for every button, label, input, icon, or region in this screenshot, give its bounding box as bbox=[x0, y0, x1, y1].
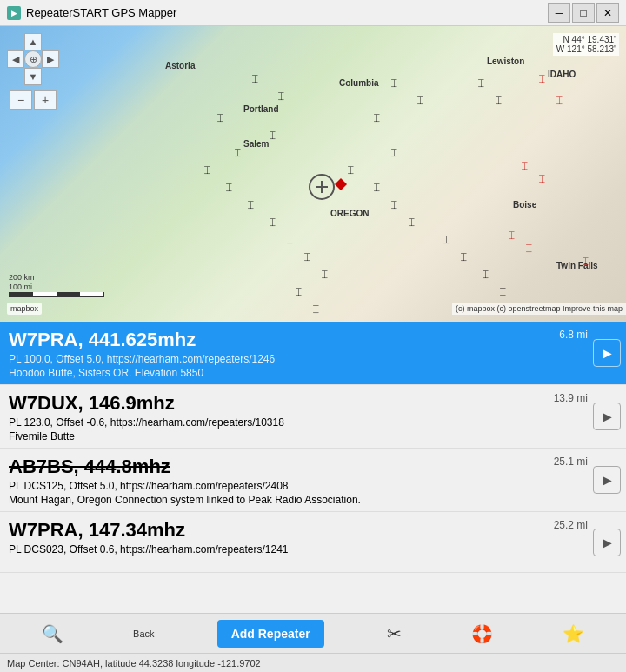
tower-marker: ⌶ bbox=[270, 130, 276, 140]
repeater-info-2: PL 123.0, Offset -0.6, https://hearham.c… bbox=[9, 416, 617, 429]
repeater-distance-2: 13.9 mi bbox=[554, 392, 588, 404]
map-label-columbia: Columbia bbox=[339, 78, 379, 88]
zoom-out-button[interactable]: − bbox=[10, 90, 32, 110]
scale-label-km: 200 km bbox=[9, 273, 104, 283]
tower-marker: ⌶ bbox=[417, 96, 423, 105]
repeater-title-4: W7PRA, 147.34mhz bbox=[9, 519, 617, 542]
scale-bar bbox=[9, 292, 104, 297]
pan-controls: ▲ ◀ ⊕ ▶ ▼ bbox=[7, 33, 59, 85]
pan-up-button[interactable]: ▲ bbox=[24, 33, 42, 50]
tower-marker-red: ⌶ bbox=[556, 96, 563, 105]
tower-marker-red: ⌶ bbox=[539, 74, 545, 83]
status-bar: Map Center: CN94AH, latitude 44.3238 lon… bbox=[0, 653, 626, 672]
repeater-info-3: PL DCS125, Offset 5.0, https://hearham.c… bbox=[9, 480, 617, 492]
tower-marker: ⌶ bbox=[443, 235, 450, 244]
tower-marker: ⌶ bbox=[270, 217, 276, 227]
tower-marker: ⌶ bbox=[287, 235, 293, 244]
repeater-distance-1: 6.8 mi bbox=[559, 329, 588, 341]
repeater-location-2: Fivemile Butte bbox=[9, 430, 617, 442]
repeater-title-1: W7PRA, 441.625mhz bbox=[9, 329, 617, 351]
app-icon: ▶ bbox=[7, 6, 21, 20]
tower-marker: ⌶ bbox=[478, 78, 484, 88]
map-background: ▲ ◀ ⊕ ▶ ▼ − + Astoria Columbia Lewiston … bbox=[0, 26, 626, 322]
repeater-distance-3: 25.1 mi bbox=[554, 456, 588, 468]
search-icon: 🔍 bbox=[42, 625, 63, 642]
map-label-portland: Portland bbox=[243, 104, 279, 114]
tower-marker: ⌶ bbox=[322, 269, 328, 279]
tower-marker-red: ⌶ bbox=[522, 161, 528, 170]
repeater-item-1[interactable]: 6.8 mi W7PRA, 441.625mhz PL 100.0, Offse… bbox=[0, 322, 626, 385]
tower-marker-red: ⌶ bbox=[526, 243, 532, 253]
titlebar: ▶ RepeaterSTART GPS Mapper ─ □ ✕ bbox=[0, 0, 626, 26]
play-button-1[interactable]: ▶ bbox=[593, 339, 621, 367]
tower-marker: ⌶ bbox=[374, 183, 380, 192]
tower-marker: ⌶ bbox=[391, 78, 397, 88]
map-label-lewiston: Lewiston bbox=[487, 57, 524, 66]
tower-marker: ⌶ bbox=[500, 287, 506, 296]
play-button-3[interactable]: ▶ bbox=[593, 466, 621, 494]
repeater-list: 6.8 mi W7PRA, 441.625mhz PL 100.0, Offse… bbox=[0, 322, 626, 613]
tower-marker: ⌶ bbox=[304, 252, 310, 262]
tower-marker: ⌶ bbox=[483, 269, 489, 279]
repeater-location-3: Mount Hagan, Oregon Connection system li… bbox=[9, 494, 617, 506]
add-repeater-button[interactable]: Add Repeater bbox=[217, 620, 324, 648]
tower-marker: ⌶ bbox=[313, 304, 319, 314]
map-label-astoria: Astoria bbox=[165, 61, 195, 70]
map-label-twinfalls: Twin Falls bbox=[556, 261, 598, 270]
tower-marker: ⌶ bbox=[391, 200, 397, 210]
tools-icon: ✂ bbox=[387, 625, 402, 642]
help-button[interactable]: 🛟 bbox=[464, 622, 500, 646]
repeater-title-3: AB7BS, 444.8mhz bbox=[9, 456, 617, 478]
play-button-4[interactable]: ▶ bbox=[593, 529, 621, 556]
repeater-distance-4: 25.2 mi bbox=[554, 519, 588, 531]
pan-right-button[interactable]: ▶ bbox=[42, 50, 59, 68]
map-coordinates: N 44° 19.431' W 121° 58.213' bbox=[553, 33, 619, 56]
tower-marker: ⌶ bbox=[204, 165, 210, 175]
tower-marker: ⌶ bbox=[461, 252, 467, 262]
tower-marker: ⌶ bbox=[374, 113, 380, 123]
status-text: Map Center: CN94AH, latitude 44.3238 lon… bbox=[7, 658, 261, 669]
tower-marker: ⌶ bbox=[409, 217, 415, 227]
map-crosshair bbox=[309, 174, 335, 200]
help-icon: 🛟 bbox=[471, 625, 493, 642]
tower-marker: ⌶ bbox=[296, 287, 302, 296]
map-label-boise: Boise bbox=[513, 200, 536, 210]
app-title: RepeaterSTART GPS Mapper bbox=[26, 6, 176, 19]
tools-button[interactable]: ✂ bbox=[380, 622, 409, 646]
tower-marker: ⌶ bbox=[235, 148, 241, 157]
tower-marker: ⌶ bbox=[391, 148, 397, 157]
tower-marker: ⌶ bbox=[226, 183, 232, 192]
repeater-item-2[interactable]: 13.9 mi W7DUX, 146.9mhz PL 123.0, Offset… bbox=[0, 385, 626, 449]
map-scale: 200 km 100 mi bbox=[9, 273, 104, 297]
search-button[interactable]: 🔍 bbox=[35, 622, 70, 646]
play-button-2[interactable]: ▶ bbox=[593, 403, 621, 430]
repeater-info-1: PL 100.0, Offset 5.0, https://hearham.co… bbox=[9, 353, 617, 365]
repeater-item-3[interactable]: 25.1 mi AB7BS, 444.8mhz PL DCS125, Offse… bbox=[0, 449, 626, 512]
nav-controls: ▲ ◀ ⊕ ▶ ▼ − + bbox=[7, 33, 59, 110]
repeater-title-2: W7DUX, 146.9mhz bbox=[9, 392, 617, 415]
zoom-in-button[interactable]: + bbox=[34, 90, 57, 110]
scale-label-mi: 100 mi bbox=[9, 283, 104, 292]
tower-marker: ⌶ bbox=[278, 91, 284, 101]
back-button[interactable]: Back bbox=[126, 625, 161, 642]
pan-center-button[interactable]: ⊕ bbox=[24, 50, 42, 68]
repeater-item-4[interactable]: 25.2 mi W7PRA, 147.34mhz PL DCS023, Offs… bbox=[0, 512, 626, 573]
back-label: Back bbox=[133, 629, 154, 639]
tower-marker-red: ⌶ bbox=[509, 230, 515, 240]
tower-marker-red: ⌶ bbox=[539, 174, 545, 183]
map-container[interactable]: ▲ ◀ ⊕ ▶ ▼ − + Astoria Columbia Lewiston … bbox=[0, 26, 626, 322]
tower-marker: ⌶ bbox=[348, 165, 354, 175]
pan-down-button[interactable]: ▼ bbox=[24, 68, 42, 85]
coord-lon: W 121° 58.213' bbox=[556, 44, 616, 54]
map-label-idaho: IDAHO bbox=[548, 70, 576, 79]
zoom-controls: − + bbox=[10, 90, 57, 110]
tower-marker: ⌶ bbox=[252, 74, 258, 83]
close-button[interactable]: ✕ bbox=[596, 3, 619, 23]
bottom-toolbar: 🔍 Back Add Repeater ✂ 🛟 ⭐ bbox=[0, 613, 626, 653]
pan-left-button[interactable]: ◀ bbox=[7, 50, 24, 68]
maximize-button[interactable]: □ bbox=[572, 3, 595, 23]
minimize-button[interactable]: ─ bbox=[548, 3, 570, 23]
titlebar-left: ▶ RepeaterSTART GPS Mapper bbox=[7, 6, 176, 20]
star-button[interactable]: ⭐ bbox=[556, 622, 591, 646]
selected-marker bbox=[335, 178, 347, 190]
